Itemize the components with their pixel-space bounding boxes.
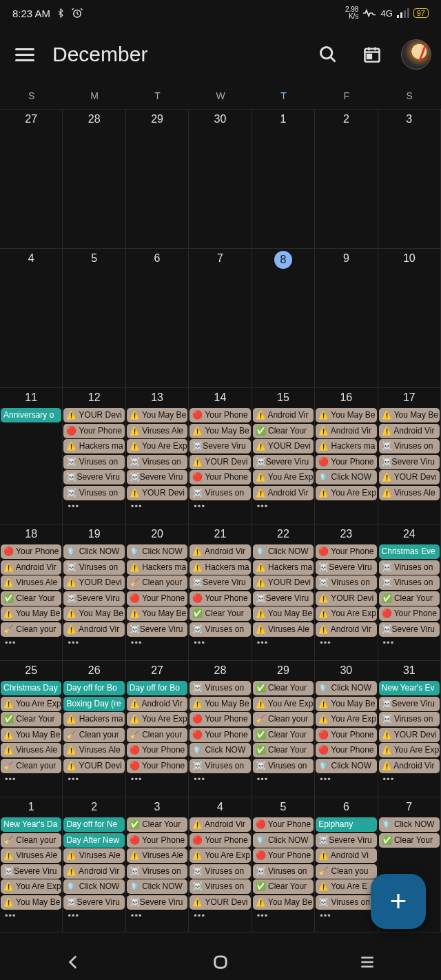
calendar-event[interactable]: 🔴 Your Phone (316, 743, 376, 757)
calendar-event[interactable]: ⚠️ Android Vir (1, 560, 61, 575)
calendar-event[interactable]: ⚠️ Viruses Ale (63, 848, 124, 863)
calendar-event[interactable]: 🔴 Your Phone (127, 591, 187, 606)
calendar-event[interactable]: ⚠️ Android Vir (189, 817, 250, 832)
calendar-event[interactable]: ✅ Clear Your (189, 606, 250, 621)
calendar-event[interactable]: 🛡️ Click NOW (316, 470, 376, 484)
calendar-event[interactable]: ⚠️ Viruses Ale (127, 424, 187, 438)
calendar-event[interactable]: 🔴 Your Phone (316, 544, 376, 559)
calendar-event[interactable]: ☠️Severe Viru (63, 895, 124, 910)
calendar-event[interactable]: 🧹 Clean your (1, 622, 61, 637)
calendar-event[interactable]: ⚠️ You Are Exp (253, 470, 314, 484)
more-events-indicator[interactable]: ••• (316, 774, 376, 784)
calendar-event[interactable]: ☠️ Viruses on (189, 622, 250, 637)
calendar-event[interactable]: ⚠️ Viruses Ale (63, 743, 124, 757)
calendar-event[interactable]: 🔴 Your Phone (63, 424, 124, 438)
more-events-indicator[interactable]: ••• (63, 637, 124, 648)
calendar-event[interactable]: 🛡️ Click NOW (189, 743, 250, 757)
today-icon[interactable] (357, 39, 387, 70)
more-events-indicator[interactable]: ••• (127, 637, 187, 648)
calendar-event[interactable]: ⚠️ You May Be (1, 728, 61, 742)
calendar-event[interactable]: ☠️ Viruses on (379, 560, 440, 575)
create-event-fab[interactable]: + (371, 874, 426, 929)
calendar-event[interactable]: ⚠️ Android Vir (253, 408, 314, 422)
more-events-indicator[interactable]: ••• (127, 774, 187, 784)
calendar-event[interactable]: ⚠️ Android Vir (316, 424, 376, 438)
calendar-event[interactable]: ☠️ Viruses on (63, 560, 124, 575)
calendar-event[interactable]: 🛡️ Click NOW (63, 544, 124, 559)
calendar-event[interactable]: ⚠️ Viruses Ale (127, 848, 187, 863)
more-events-indicator[interactable]: ••• (63, 774, 124, 784)
calendar-event[interactable]: ☠️ Viruses on (316, 895, 376, 910)
calendar-event[interactable]: 🔴 Your Phone (253, 848, 314, 863)
calendar-event[interactable]: ⚠️ Viruses Ale (1, 743, 61, 757)
calendar-event[interactable]: New Year's Da (1, 817, 61, 832)
more-events-indicator[interactable]: ••• (253, 774, 314, 784)
calendar-day[interactable]: 9 (315, 249, 378, 388)
calendar-event[interactable]: Christmas Eve (379, 544, 440, 559)
calendar-day[interactable]: 11Anniversary o (0, 388, 63, 524)
calendar-event[interactable]: 🔴 Your Phone (127, 759, 187, 773)
calendar-event[interactable]: ☠️ Viruses on (253, 864, 314, 879)
calendar-event[interactable]: ⚠️ You Are E (316, 879, 376, 894)
calendar-event[interactable]: ⚠️ YOUR Devi (63, 759, 124, 773)
calendar-event[interactable]: ⚠️ YOUR Devi (63, 575, 124, 590)
calendar-event[interactable]: ☠️ Viruses on (189, 879, 250, 894)
calendar-event[interactable]: 🔴 Your Phone (189, 712, 250, 726)
calendar-day[interactable]: 4 (0, 249, 63, 388)
calendar-event[interactable]: 🧹 Clean your (253, 712, 314, 726)
calendar-day[interactable]: 25Christmas Day⚠️ You Are Exp✅ Clear You… (0, 661, 63, 797)
calendar-event[interactable]: ⚠️ Android Vir (63, 622, 124, 637)
calendar-event[interactable]: ☠️ Viruses on (379, 439, 440, 453)
calendar-event[interactable]: ⚠️ Hackers ma (127, 560, 187, 575)
calendar-event[interactable]: ⚠️ You Are Exp (1, 697, 61, 711)
calendar-event[interactable]: ☠️Severe Viru (63, 591, 124, 606)
calendar-day[interactable]: 30 (189, 110, 252, 249)
calendar-event[interactable]: ☠️Severe Viru (253, 591, 314, 606)
calendar-event[interactable]: ⚠️ YOUR Devi (379, 470, 440, 484)
calendar-event[interactable]: ⚠️ You Are Exp (1, 879, 61, 894)
calendar-day[interactable]: 16⚠️ You May Be⚠️ Android Vir⚠️ Hackers … (315, 388, 378, 524)
calendar-event[interactable]: 🛡️ Click NOW (63, 879, 124, 894)
calendar-day[interactable]: 6 (126, 249, 189, 388)
more-events-indicator[interactable]: ••• (316, 910, 376, 921)
calendar-event[interactable]: 🧹 Clean your (63, 728, 124, 742)
calendar-event[interactable]: ✅ Clear Your (253, 743, 314, 757)
calendar-event[interactable]: Anniversary o (1, 408, 61, 422)
calendar-event[interactable]: ⚠️ YOUR Devi (253, 575, 314, 590)
calendar-event[interactable]: 🔴 Your Phone (253, 817, 314, 832)
calendar-day[interactable]: 29✅ Clear Your⚠️ You Are Exp🧹 Clean your… (252, 661, 315, 797)
calendar-event[interactable]: 🛡️ Click NOW (127, 879, 187, 894)
calendar-event[interactable]: ☠️ Viruses on (189, 864, 250, 879)
calendar-event[interactable]: New Year's Ev (379, 681, 440, 695)
calendar-event[interactable]: ⚠️ Android Vir (379, 424, 440, 438)
calendar-event[interactable]: ✅ Clear Your (253, 681, 314, 695)
calendar-event[interactable]: ⚠️ Hackers ma (63, 439, 124, 453)
calendar-event[interactable]: 🛡️ Click NOW (316, 681, 376, 695)
calendar-event[interactable]: ☠️Severe Viru (127, 470, 187, 484)
calendar-day[interactable]: 23🔴 Your Phone☠️Severe Viru☠️ Viruses on… (315, 524, 378, 661)
calendar-day[interactable]: 13⚠️ You May Be⚠️ Viruses Ale⚠️ You Are … (126, 388, 189, 524)
calendar-event[interactable]: 🔴 Your Phone (1, 544, 61, 559)
calendar-day[interactable]: 5🔴 Your Phone🛡️ Click NOW🔴 Your Phone☠️ … (252, 797, 315, 932)
calendar-event[interactable]: ⚠️ You Are Exp (316, 712, 376, 726)
calendar-event[interactable]: ⚠️ YOUR Devi (127, 486, 187, 500)
calendar-event[interactable]: ☠️ Viruses on (189, 681, 250, 695)
calendar-event[interactable]: ☠️ Viruses on (189, 486, 250, 500)
menu-icon[interactable] (15, 43, 39, 66)
page-title[interactable]: December (52, 43, 299, 66)
more-events-indicator[interactable]: ••• (316, 637, 376, 648)
calendar-event[interactable]: ⚠️ YOUR Devi (189, 895, 250, 910)
calendar-event[interactable]: ⚠️ You Are Exp (316, 606, 376, 621)
more-events-indicator[interactable]: ••• (127, 501, 187, 511)
calendar-event[interactable]: ⚠️ Android Vir (63, 864, 124, 879)
calendar-event[interactable]: ⚠️ You May Be (1, 606, 61, 621)
calendar-event[interactable]: 🧹 Clean your (127, 575, 187, 590)
calendar-event[interactable]: ✅ Clear Your (253, 424, 314, 438)
more-events-indicator[interactable]: ••• (379, 774, 440, 784)
calendar-event[interactable]: ✅ Clear Your (379, 833, 440, 848)
calendar-day[interactable]: 31New Year's Ev☠️Severe Viru☠️ Viruses o… (378, 661, 441, 797)
calendar-event[interactable]: ☠️ Viruses on (253, 759, 314, 773)
calendar-event[interactable]: 🔴 Your Phone (189, 728, 250, 742)
calendar-event[interactable]: ⚠️ You Are Exp (127, 439, 187, 453)
calendar-event[interactable]: Day off for Bo (63, 681, 124, 695)
